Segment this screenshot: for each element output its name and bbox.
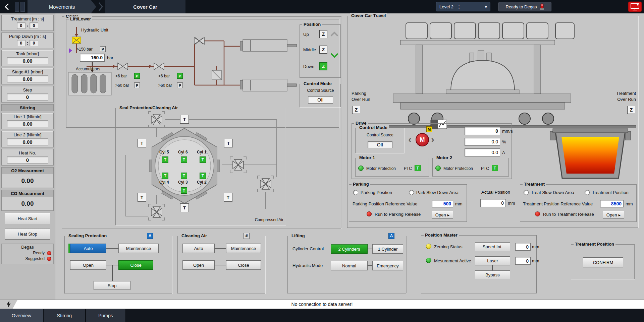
position-middle-label: Middle xyxy=(303,47,316,52)
breadcrumb-movements[interactable]: Movements xyxy=(28,0,96,13)
cyl2-label: Cyl 2 xyxy=(197,180,207,185)
open-arrow-icon: ▸ xyxy=(619,212,621,217)
laser-button[interactable]: Laser xyxy=(475,256,510,265)
parking-over-run-sensor: Z xyxy=(352,106,360,114)
seal-protection-panel: Seal Protection/Cleaning Air xyxy=(115,108,285,225)
treatment-over-run-sensor: Z xyxy=(627,106,635,114)
position-middle-sensor: Z xyxy=(319,46,327,54)
pump-down-min: 0 xyxy=(17,40,25,46)
cyl2-sensor: T xyxy=(200,173,206,179)
collapsed-tab-2[interactable] xyxy=(20,2,25,12)
treatment-open-button[interactable]: Open ▸ xyxy=(603,211,624,219)
cleaning-air-panel: Cleaning Air # Auto Maintenance Open Clo… xyxy=(177,236,265,294)
lifting-panel: Lifting A Cylinder Control 2 Cylinders 1… xyxy=(287,236,407,294)
run-to-treatment-label: Run to Treatment Release xyxy=(543,212,594,217)
hydraulic-emergency-button[interactable]: Emergency xyxy=(372,261,403,270)
caret-down-icon: ▾ xyxy=(485,4,487,9)
top-bar: Movements Cover Car Level 2 ⋮ ▾ Ready to… xyxy=(0,0,644,13)
parking-panel: Parking Parking Position Park Slow Down … xyxy=(349,184,467,222)
treat-slow-down-radio[interactable] xyxy=(524,190,529,195)
sealing-maintenance-button[interactable]: Maintenance xyxy=(118,244,159,253)
line1-value: 0.00 xyxy=(7,120,48,127)
chevron-down-icon xyxy=(330,52,339,58)
motor-icon: M xyxy=(416,133,429,146)
parking-open-button[interactable]: Open ▸ xyxy=(432,211,453,219)
gt60-label-1: >60 bar xyxy=(115,83,129,88)
cyl6-sensor: T xyxy=(181,156,187,163)
heat-number: Heat No. 0 xyxy=(1,149,54,166)
hmi-screen: Movements Cover Car Level 2 ⋮ ▾ Ready to… xyxy=(0,0,644,322)
cover-control-mode-panel: Control Mode Control Source Off xyxy=(300,84,341,107)
run-to-parking-indicator xyxy=(367,211,372,216)
tab-stirring[interactable]: Stirring xyxy=(44,309,86,322)
one-cylinder-button[interactable]: 1 Cylinder xyxy=(372,244,403,254)
pressure-unit: bar xyxy=(107,55,113,60)
motor-left-chevron-icon: ‹ xyxy=(408,134,412,144)
stage1-value: 0.00 xyxy=(7,75,48,82)
sealing-open-button[interactable]: Open xyxy=(70,260,106,270)
tab-overview[interactable]: Overview xyxy=(0,309,44,322)
breadcrumb-chevron-icon xyxy=(96,0,105,13)
cleaning-open-button[interactable]: Open xyxy=(182,260,215,270)
hydraulic-mode-label: Hydraulic Mode xyxy=(292,263,323,268)
parking-ref-input[interactable]: 500 xyxy=(432,200,453,207)
drive-percent-value: 0.0 xyxy=(465,138,500,146)
laser-unit: mm xyxy=(532,258,539,263)
sealing-protection-panel: Sealing Protection A Auto Maintenance Op… xyxy=(64,236,172,294)
treatment-position-radio[interactable] xyxy=(585,190,590,195)
seal-schematic xyxy=(116,108,286,226)
lt6-label-2: <6 bar xyxy=(158,74,170,78)
cover-panel: Cover Lift/Lower xyxy=(62,16,341,229)
sealing-stop-button[interactable]: Stop xyxy=(94,281,130,290)
speed-int-button[interactable]: Speed Int. xyxy=(475,242,510,251)
sidebar: Treatment [m : s] 0 : 0 Pump Down [m : s… xyxy=(0,13,55,300)
park-slow-down-radio[interactable] xyxy=(409,190,414,195)
speed-int-value: 0 xyxy=(515,243,531,251)
line1-flow: Line 1 [Nl/min] 0.00 xyxy=(1,113,54,129)
position-up-sensor: Z xyxy=(319,30,327,38)
parking-over-run-label: Parking Over Run xyxy=(352,90,376,102)
sealing-close-button[interactable]: Close xyxy=(118,260,153,270)
cleaning-auto-button[interactable]: Auto xyxy=(182,244,215,253)
back-button[interactable] xyxy=(0,0,14,13)
drive-current-value: 0.0 xyxy=(465,148,500,156)
bypass-button[interactable]: Bypass xyxy=(475,270,510,279)
two-cylinders-button[interactable]: 2 Cylinders xyxy=(331,244,368,254)
auto-mode-badge: A xyxy=(388,233,394,239)
level-select[interactable]: Level 2 ⋮ ▾ xyxy=(436,2,490,11)
treatment-position-panel: Treatment Position CONFIRM xyxy=(571,244,635,279)
treatment-ref-input[interactable]: 8500 xyxy=(600,200,624,207)
lightning-icon xyxy=(6,301,11,308)
heat-start-button[interactable]: Heat Start xyxy=(5,213,50,224)
co-measurement: CO Measurment 0.00 xyxy=(1,190,54,211)
open-arrow-icon: ▸ xyxy=(447,212,450,217)
actual-position-value: 0 xyxy=(480,199,506,207)
auto-mode-badge: A xyxy=(147,233,153,239)
parking-position-radio-label: Parking Position xyxy=(361,190,392,195)
tank-pressure: Tank [mbar] 0.00 xyxy=(1,50,54,66)
cover-car-travel-panel: Cover Car Travel xyxy=(347,16,638,228)
motor-right-chevron-icon: › xyxy=(431,134,434,144)
cyl5-sensor: T xyxy=(162,156,168,163)
cleaning-maintenance-button[interactable]: Maintenance xyxy=(226,244,261,253)
alarm-screen-button[interactable] xyxy=(628,1,642,13)
ready-to-degas-button[interactable]: Ready to Degas xyxy=(498,2,551,11)
confirm-button[interactable]: CONFIRM xyxy=(583,257,623,267)
motor-mode-badge: M xyxy=(426,126,432,132)
zeroing-status-label: Zeroing Status xyxy=(434,244,463,249)
park-slow-down-radio-label: Park Slow Down Area xyxy=(416,190,459,195)
collapsed-tab-1[interactable] xyxy=(15,2,19,12)
hydraulic-schematic xyxy=(66,19,298,120)
pressure-value: 160.0 xyxy=(80,54,105,62)
manual-mode-badge: # xyxy=(244,233,250,239)
heat-stop-button[interactable]: Heat Stop xyxy=(5,228,50,240)
hydraulic-normal-button[interactable]: Normal xyxy=(331,261,368,270)
sealing-auto-button[interactable]: Auto xyxy=(70,244,106,253)
parking-ref-unit: mm xyxy=(455,201,463,206)
tab-pumps[interactable]: Pumps xyxy=(86,309,126,322)
seal-sensor-right-lower: T xyxy=(224,193,232,202)
cyl3-sensor: T xyxy=(181,173,187,179)
parking-position-radio[interactable] xyxy=(353,190,358,195)
cleaning-close-button[interactable]: Close xyxy=(226,260,261,270)
position-down-sensor: Z xyxy=(319,62,327,70)
